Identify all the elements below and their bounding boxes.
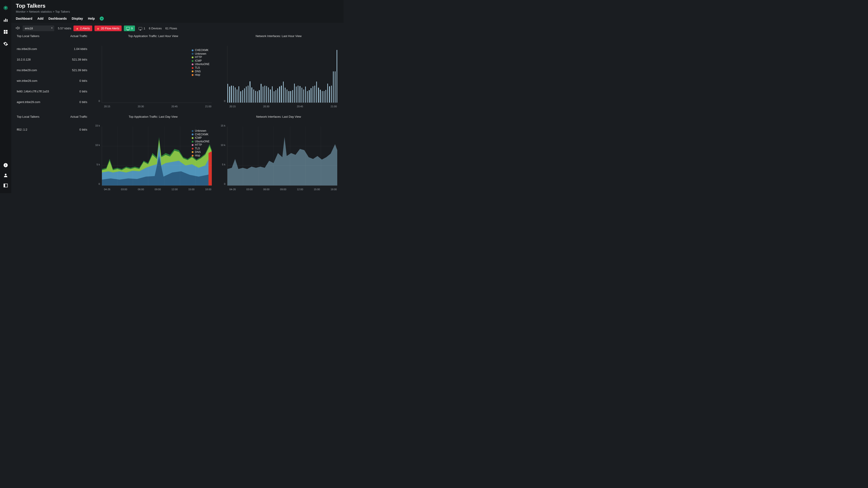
info-icon[interactable]: [3, 163, 8, 168]
talkers-header-2: Top Local Talkers Actual Traffic: [16, 113, 88, 120]
app-hour-title: Top Application Traffic: Last Hour View: [93, 33, 214, 39]
menu-add[interactable]: Add: [37, 17, 43, 20]
legend-app-day: UnknownCHECKMKICMPUbuntuONEHTTPTLSDNSnto…: [191, 128, 211, 158]
ifaces-day-chart[interactable]: 15 k10 k5 k0 04-2603:0006:0009:0012:0015…: [218, 124, 339, 192]
talkers-hour-list: nto.tribe29.com1.04 kbit/s10.2.0.128521.…: [16, 43, 88, 109]
menubar: Dashboard Add Dashboards Display Help: [16, 13, 339, 23]
flow-alerts-badge[interactable]: ▲20 Flow Alerts: [94, 26, 122, 31]
menu-dashboard[interactable]: Dashboard: [16, 17, 32, 20]
grid-icon[interactable]: [3, 29, 8, 35]
active-hosts-badge[interactable]: 9: [124, 26, 135, 31]
svg-point-10: [5, 174, 6, 175]
gear-icon[interactable]: [3, 41, 8, 47]
main: Top Talkers Monitor > Network statistics…: [11, 0, 344, 193]
svg-rect-2: [7, 19, 8, 22]
talker-row[interactable]: mo.tribe29.com521.39 bit/s: [16, 65, 88, 75]
warning-icon: ▲: [76, 27, 79, 30]
monitor-icon: [126, 27, 130, 30]
menu-dashboards[interactable]: Dashboards: [49, 17, 67, 20]
talker-row[interactable]: 10.2.0.128521.39 bit/s: [16, 54, 88, 65]
user-icon[interactable]: [3, 173, 8, 178]
breadcrumb[interactable]: Monitor > Network statistics > Top Talke…: [16, 10, 339, 13]
bar-chart-icon[interactable]: [3, 18, 8, 23]
svg-point-9: [5, 164, 6, 164]
talker-row[interactable]: agent.tribe29.com0 bit/s: [16, 97, 88, 107]
rate-value: 5.57 kbit/s: [58, 27, 71, 30]
svg-rect-6: [6, 32, 7, 34]
talker-row[interactable]: fe80::14b4:c7ff:c7ff:1a330 bit/s: [16, 86, 88, 97]
topbar: ens18 5.57 kbit/s ▲2 Alerts ▲20 Flow Ale…: [16, 26, 339, 31]
flows-count[interactable]: 61 Flows: [165, 27, 177, 30]
ifaces-day-title: Network Interfaces: Last Day View: [218, 113, 339, 120]
talker-row[interactable]: ff02::1:2 0 bit/s: [16, 124, 88, 135]
alerts-badge[interactable]: ▲2 Alerts: [73, 26, 92, 31]
svg-rect-1: [5, 19, 6, 22]
app-day-title: Top Application Traffic: Last Day View: [93, 113, 214, 120]
talker-row[interactable]: win.tribe29.com0 bit/s: [16, 75, 88, 86]
monitor-icon: [138, 27, 142, 30]
svg-rect-0: [4, 20, 5, 22]
menu-help[interactable]: Help: [88, 17, 95, 20]
talkers-day-list: ff02::1:2 0 bit/s: [16, 124, 88, 192]
svg-rect-8: [5, 165, 6, 166]
talker-row[interactable]: nto.tribe29.com1.04 kbit/s: [16, 43, 88, 54]
sidebar-toggle-icon[interactable]: [3, 183, 8, 189]
page-title: Top Talkers: [16, 3, 339, 9]
content: ens18 5.57 kbit/s ▲2 Alerts ▲20 Flow Ale…: [11, 23, 344, 193]
svg-rect-12: [4, 184, 5, 187]
ifaces-hour-title: Network Interfaces: Last Hour View: [218, 33, 339, 39]
warning-icon: ▲: [97, 27, 100, 30]
status-icon[interactable]: [100, 17, 104, 21]
header: Top Talkers Monitor > Network statistics…: [11, 0, 344, 23]
interface-icon: [16, 26, 20, 30]
devices-count[interactable]: 6 Devices: [149, 27, 162, 30]
interface-select[interactable]: ens18: [23, 26, 54, 31]
legend-app-hour: CHECKMKUnknownHTTPICMPUbuntuONETLSDNSnto…: [191, 48, 211, 78]
menu-display[interactable]: Display: [72, 17, 83, 20]
svg-rect-5: [4, 32, 5, 34]
app-day-chart[interactable]: 15 k10 k5 k0 UnknownCHECKMKICMPUbuntuONE…: [93, 124, 214, 192]
sidebar: [0, 0, 11, 193]
svg-rect-3: [4, 30, 5, 32]
hosts-count[interactable]: 1: [138, 27, 145, 30]
svg-rect-4: [6, 30, 7, 32]
ifaces-hour-chart[interactable]: 0 20:1520:3020:4521:00: [218, 43, 339, 109]
talkers-header: Top Local Talkers Actual Traffic: [16, 33, 88, 39]
app-hour-chart[interactable]: 0 CHECKMKUnknownHTTPICMPUbuntuONETLSDNSn…: [93, 43, 214, 109]
logo-icon[interactable]: [3, 5, 8, 11]
